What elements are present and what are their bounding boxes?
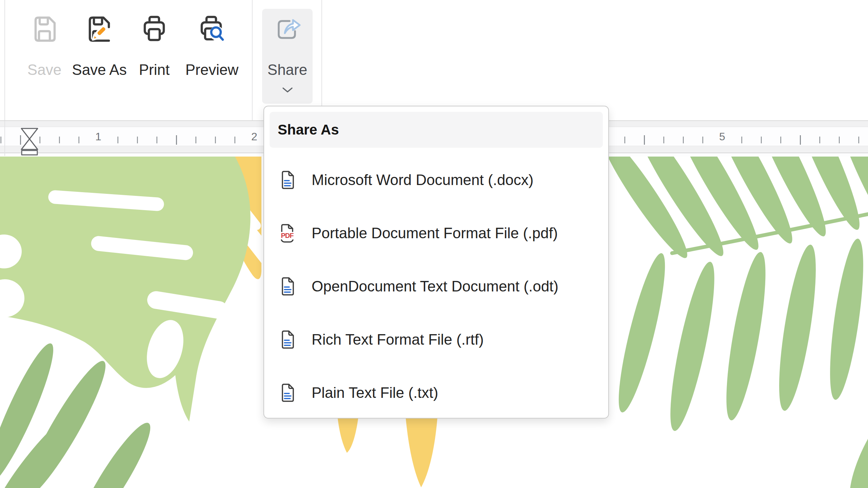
menu-item-label: Portable Document Format File (.pdf) xyxy=(312,225,558,242)
word-document-icon xyxy=(280,170,295,190)
ruler-number-1: 1 xyxy=(95,130,101,143)
share-button[interactable]: Share xyxy=(262,9,313,104)
print-preview-magnifier-icon xyxy=(197,14,227,44)
ruler-number-5: 5 xyxy=(719,130,725,143)
save-as-floppy-pencil-icon xyxy=(84,14,114,44)
share-as-menu-title: Share As xyxy=(278,112,339,148)
share-as-menu: Share As Microsoft Word Document (.docx)… xyxy=(263,106,609,419)
text-document-icon xyxy=(280,330,295,349)
save-button-label: Save xyxy=(27,62,61,78)
save-as-button-label: Save As xyxy=(72,62,126,78)
indent-marker[interactable] xyxy=(20,128,39,156)
print-button-label: Print xyxy=(139,62,170,78)
ribbon-toolbar: Save Save As Print xyxy=(0,0,868,120)
share-as-menu-header: Share As xyxy=(270,112,603,148)
menu-item-label: Rich Text Format File (.rtf) xyxy=(312,331,484,348)
menu-item-pdf[interactable]: PDF Portable Document Format File (.pdf) xyxy=(270,206,603,260)
menu-item-label: Microsoft Word Document (.docx) xyxy=(312,171,533,188)
save-button: Save xyxy=(19,0,70,112)
text-document-icon xyxy=(280,277,295,296)
preview-button[interactable]: Preview xyxy=(186,0,237,112)
share-button-label: Share xyxy=(268,62,307,78)
menu-item-label: OpenDocument Text Document (.odt) xyxy=(312,278,558,295)
menu-item-rtf[interactable]: Rich Text Format File (.rtf) xyxy=(270,313,603,366)
share-arrow-icon xyxy=(273,15,302,45)
menu-item-txt[interactable]: Plain Text File (.txt) xyxy=(270,366,603,419)
chevron-down-icon xyxy=(282,87,293,94)
menu-item-docx[interactable]: Microsoft Word Document (.docx) xyxy=(270,153,603,206)
yellow-leaf-tips xyxy=(337,407,438,487)
ruler-number-2: 2 xyxy=(251,130,257,143)
share-as-menu-list: Microsoft Word Document (.docx) PDF Port… xyxy=(270,153,603,419)
menu-item-odt[interactable]: OpenDocument Text Document (.odt) xyxy=(270,260,603,313)
menu-item-label: Plain Text File (.txt) xyxy=(312,384,438,401)
text-document-icon xyxy=(280,383,295,403)
toolbar-left-divider xyxy=(4,0,5,156)
print-button[interactable]: Print xyxy=(129,0,180,112)
svg-text:PDF: PDF xyxy=(281,232,294,239)
pdf-document-icon: PDF xyxy=(280,223,295,243)
preview-button-label: Preview xyxy=(185,62,239,78)
toolbar-group-divider-left xyxy=(252,0,253,121)
toolbar-group-divider-right xyxy=(321,0,322,106)
save-as-button[interactable]: Save As xyxy=(74,0,125,112)
save-floppy-icon xyxy=(29,14,59,44)
printer-icon xyxy=(139,14,169,44)
palm-frond xyxy=(591,157,868,488)
